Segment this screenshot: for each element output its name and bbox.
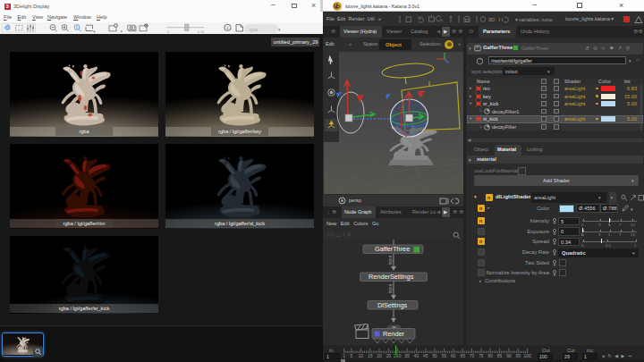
svg-text:0: 0 — [167, 30, 169, 34]
svg-text:0.00: 0.00 — [198, 30, 204, 34]
svg-text:i: i — [226, 24, 228, 30]
